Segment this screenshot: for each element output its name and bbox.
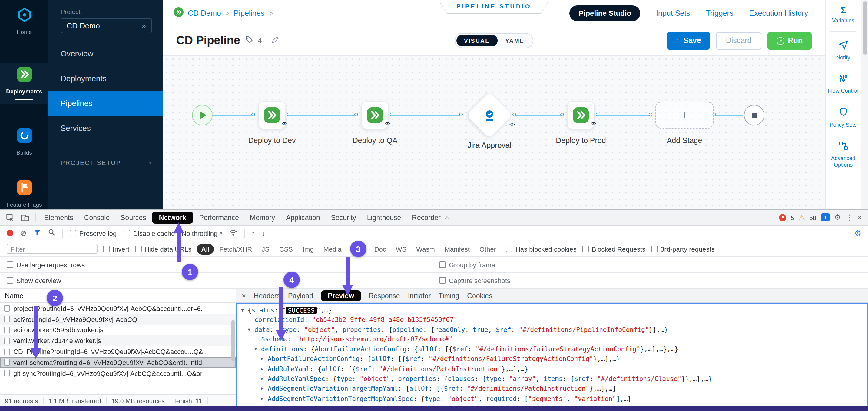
disable-cache-checkbox[interactable]: Disable cache: [123, 230, 175, 237]
network-conditions-icon[interactable]: [229, 228, 238, 238]
detail-tab-preview[interactable]: Preview: [321, 290, 361, 301]
use-large-rows-checkbox[interactable]: Use large request rows: [7, 261, 85, 268]
devtools-tab-lighthouse[interactable]: Lighthouse: [362, 212, 406, 223]
checkbox[interactable]: [70, 230, 76, 236]
rail-item-feature-flags[interactable]: Feature Flags: [0, 176, 49, 211]
group-by-frame-checkbox[interactable]: Group by frame: [439, 261, 495, 268]
json-line[interactable]: $schema: "http://json-schema.org/draft-0…: [238, 335, 867, 345]
filter-type-font[interactable]: Font: [347, 243, 369, 254]
request-row[interactable]: editor.worker.0595db.worker.js: [0, 325, 236, 335]
project-selector[interactable]: CD Demo »: [61, 18, 152, 33]
checkbox[interactable]: [7, 277, 13, 284]
tool-policy-sets[interactable]: Policy Sets: [826, 107, 860, 128]
show-overview-checkbox[interactable]: Show overview: [7, 277, 61, 284]
import-har-icon[interactable]: ↑: [251, 230, 255, 237]
json-line[interactable]: correlationId: "cb54c3b2-9ffe-49f8-a48e-…: [238, 316, 867, 325]
network-settings-gear-icon[interactable]: ⚙: [855, 229, 861, 237]
blocked-requests-checkbox[interactable]: Blocked Requests: [582, 245, 645, 253]
save-button[interactable]: ↑ Save: [667, 32, 710, 50]
devtools-close-icon[interactable]: ×: [858, 213, 862, 221]
devtools-settings-icon[interactable]: ⚙: [834, 213, 841, 221]
inspect-element-icon[interactable]: [4, 212, 17, 223]
filter-type-doc[interactable]: Doc: [370, 243, 391, 254]
tab-input-sets[interactable]: Input Sets: [656, 9, 690, 17]
checkbox[interactable]: [123, 230, 130, 236]
devtools-tab-sources[interactable]: Sources: [116, 212, 151, 223]
invert-checkbox[interactable]: Invert: [103, 245, 129, 253]
rail-item-builds[interactable]: Builds: [0, 124, 49, 159]
devtools-tab-application[interactable]: Application: [281, 212, 325, 223]
request-row[interactable]: acl?routingId=6_vVHzo9Qeu9fXvj-AcbCQ: [0, 314, 236, 325]
checkbox[interactable]: [439, 277, 446, 284]
request-row[interactable]: CD_Pipeline?routingId=6_vVHzo9Qeu9fXvj-A…: [0, 346, 236, 357]
edit-pencil-icon[interactable]: [272, 35, 280, 46]
toggle-visual[interactable]: VISUAL: [456, 35, 497, 47]
checkbox[interactable]: [135, 245, 142, 252]
devtools-tab-performance[interactable]: Performance: [194, 212, 244, 223]
filter-type-img[interactable]: Img: [298, 243, 318, 254]
device-toolbar-icon[interactable]: [18, 212, 31, 223]
request-row[interactable]: projects?routingId=6_vVHzo9Qeu9fXvj-AcbC…: [0, 303, 236, 314]
tab-execution-history[interactable]: Execution History: [749, 9, 808, 17]
tool-flow-control[interactable]: Flow Control: [826, 74, 860, 95]
preserve-log-checkbox[interactable]: Preserve log: [70, 230, 117, 237]
checkbox[interactable]: [582, 245, 589, 252]
detail-tab-headers[interactable]: Headers: [254, 292, 280, 299]
warnings-icon[interactable]: ⚠: [799, 214, 805, 221]
page-scrollbar[interactable]: [861, 0, 868, 209]
sidebar-item-pipelines[interactable]: Pipelines: [49, 91, 163, 116]
has-blocked-cookies-checkbox[interactable]: Has blocked cookies: [506, 245, 577, 253]
devtools-tab-elements[interactable]: Elements: [39, 212, 78, 223]
errors-icon[interactable]: ×: [779, 214, 786, 221]
sidebar-item-services[interactable]: Services: [49, 116, 163, 141]
stage-jira-approval[interactable]: [465, 91, 513, 139]
filter-type-other[interactable]: Other: [475, 243, 500, 254]
clear-icon[interactable]: ⊘: [20, 229, 27, 237]
filter-type-wasm[interactable]: Wasm: [412, 243, 439, 254]
breadcrumb-project-link[interactable]: CD Demo: [188, 9, 221, 17]
tool-advanced-options[interactable]: Advanced Options: [826, 141, 860, 169]
checkbox[interactable]: [7, 261, 13, 268]
run-button[interactable]: Run: [767, 32, 812, 50]
list-scrollbar-thumb[interactable]: [231, 320, 235, 361]
checkbox[interactable]: [439, 261, 446, 268]
issues-badge[interactable]: 1: [821, 213, 830, 221]
request-row[interactable]: git-sync?routingId=6_vVHzo9Qeu9fXvj-AcbC…: [0, 368, 236, 379]
third-party-requests-checkbox[interactable]: 3rd-party requests: [651, 245, 715, 253]
tool-notify[interactable]: Notify: [826, 40, 860, 61]
json-line[interactable]: ▼{status: "SUCCESS",…}: [238, 305, 867, 316]
json-line[interactable]: ▶AddRuleYaml: {allOf: [{$ref: "#/definit…: [238, 364, 867, 374]
json-line[interactable]: ▶AddRuleYamlSpec: {type: "object", prope…: [238, 374, 867, 384]
filter-type-manifest[interactable]: Manifest: [440, 243, 474, 254]
checkbox[interactable]: [103, 245, 110, 252]
request-row[interactable]: yaml.worker.7d144e.worker.js: [0, 335, 236, 347]
export-har-icon[interactable]: ↓: [262, 230, 265, 237]
filter-type-js[interactable]: JS: [257, 243, 274, 254]
detail-tab-response[interactable]: Response: [369, 292, 400, 299]
throttling-select[interactable]: No throttling▾: [182, 230, 223, 237]
detail-tab-initiator[interactable]: Initiator: [408, 292, 431, 299]
detail-tab-payload[interactable]: Payload: [288, 292, 313, 299]
add-stage-button[interactable]: +: [655, 102, 714, 128]
overflow-menu-icon[interactable]: ⋮: [845, 213, 853, 221]
devtools-tab-memory[interactable]: Memory: [245, 212, 280, 223]
name-column-header[interactable]: Name: [0, 289, 236, 303]
filter-type-xhr[interactable]: Fetch/XHR: [215, 243, 256, 254]
devtools-tab-security[interactable]: Security: [326, 212, 361, 223]
detail-close-icon[interactable]: ×: [242, 292, 246, 299]
pipeline-end-node[interactable]: [744, 105, 765, 125]
toggle-yaml[interactable]: YAML: [497, 35, 532, 47]
filter-type-css[interactable]: CSS: [275, 243, 297, 254]
record-button[interactable]: [7, 230, 13, 236]
json-line[interactable]: ▶AddSegmentToVariationTargetMapYamlSpec:…: [238, 394, 867, 404]
scrollbar-thumb[interactable]: [863, 1, 867, 55]
json-line[interactable]: ▶AddSegmentToVariationTargetMapYaml: {al…: [238, 384, 867, 394]
hide-data-urls-checkbox[interactable]: Hide data URLs: [135, 245, 191, 253]
rail-item-home[interactable]: Home: [0, 4, 49, 39]
tool-variables[interactable]: Σ Variables: [826, 5, 860, 25]
checkbox[interactable]: [506, 245, 513, 252]
filter-funnel-icon[interactable]: [33, 229, 41, 238]
devtools-tab-recorder[interactable]: Recorder: [407, 212, 445, 223]
sidebar-item-overview[interactable]: Overview: [49, 41, 163, 66]
search-icon[interactable]: [48, 229, 56, 238]
